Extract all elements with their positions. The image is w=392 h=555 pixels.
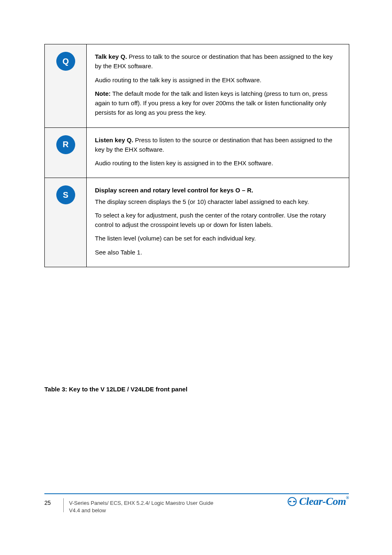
row-text: To select a key for adjustment, push the… (95, 210, 341, 230)
table-row: Q Talk key Q. Press to talk to the sourc… (45, 44, 349, 128)
footer-title: V-Series Panels/ ECS, EHX 5.2.4/ Logic M… (69, 500, 213, 514)
note-label: Note: (95, 90, 111, 97)
row-lead: Listen key Q. (95, 136, 133, 143)
table-caption: Table 3: Key to the V 12LDE / V24LDE fro… (44, 386, 187, 393)
footer-rule (44, 493, 349, 494)
circle-badge-icon: R (56, 135, 75, 154)
row-text: See also Table 1. (95, 247, 341, 257)
badge-letter: R (63, 138, 69, 151)
circle-badge-icon: S (56, 185, 75, 204)
brand-text: Clear-Com® (299, 495, 349, 508)
footer-title-line2: V4.4 and below (69, 507, 106, 513)
badge-letter: S (63, 189, 68, 201)
row-lead: Display screen and rotary level control … (95, 187, 253, 194)
row-text: The default mode for the talk and listen… (95, 90, 327, 116)
footer-title-line1: V-Series Panels/ ECS, EHX 5.2.4/ Logic M… (69, 500, 213, 506)
badge-cell: Q (45, 44, 87, 128)
row-text: Audio routing to the talk key is assigne… (95, 75, 341, 85)
badge-letter: Q (62, 55, 69, 68)
page-number: 25 (44, 500, 51, 506)
brand-logo: Clear-Com® (288, 495, 349, 508)
table-row: R Listen key Q. Press to listen to the s… (45, 127, 349, 178)
clearcom-mark-icon (288, 497, 297, 506)
description-cell: Listen key Q. Press to listen to the sou… (87, 127, 349, 178)
row-text: The display screen displays the 5 (or 10… (95, 197, 341, 206)
description-cell: Talk key Q. Press to talk to the source … (87, 44, 349, 128)
table-row: S Display screen and rotary level contro… (45, 178, 349, 267)
badge-cell: R (45, 127, 87, 178)
row-text: The listen level (volume) can be set for… (95, 234, 341, 243)
badge-cell: S (45, 178, 87, 267)
svg-rect-1 (289, 501, 291, 502)
svg-rect-2 (293, 501, 295, 502)
footer-divider (63, 498, 64, 512)
description-cell: Display screen and rotary level control … (87, 178, 349, 267)
row-lead: Talk key Q. (95, 53, 127, 60)
row-text: Press to talk to the source or destinati… (95, 53, 332, 69)
row-text: Audio routing to the listen key is assig… (95, 158, 341, 168)
circle-badge-icon: Q (56, 52, 75, 71)
key-description-table: Q Talk key Q. Press to talk to the sourc… (44, 44, 349, 267)
